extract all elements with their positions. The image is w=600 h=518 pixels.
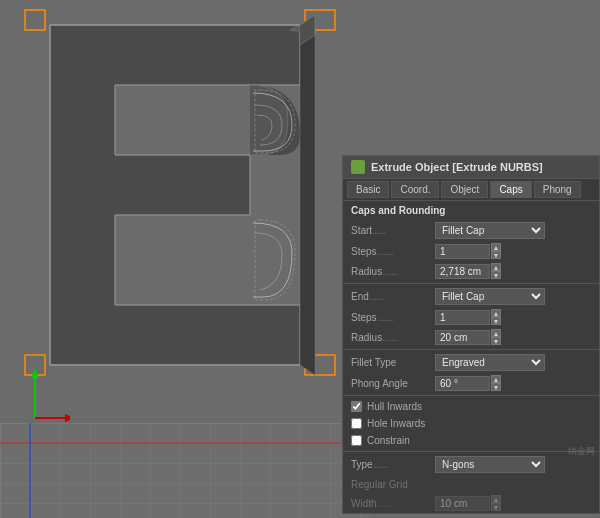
regular-grid-label: Regular Grid [351,479,431,490]
start-field-row: Start........ Fillet Cap [343,220,599,241]
width-spinner: ▲ ▼ [435,495,501,511]
end-radius-down-arrow[interactable]: ▼ [491,337,501,345]
phong-angle-input[interactable] [435,376,490,391]
end-steps-label: Steps......... [351,312,431,323]
fillet-type-dropdown[interactable]: Engraved [435,354,545,371]
hull-inwards-checkbox[interactable] [351,401,362,412]
tab-basic[interactable]: Basic [347,181,389,198]
constrain-checkbox[interactable] [351,435,362,446]
radius-down-arrow[interactable]: ▼ [491,271,501,279]
fillet-type-field-row: Fillet Type Engraved [343,352,599,373]
constrain-row: Constrain [343,432,599,449]
hull-inwards-row: Hull Inwards [343,398,599,415]
hole-inwards-label: Hole Inwards [367,418,425,429]
tab-caps[interactable]: Caps [490,181,531,198]
end-steps-up-arrow[interactable]: ▲ [491,309,501,317]
regular-grid-row: Regular Grid [343,475,599,493]
phong-angle-up-arrow[interactable]: ▲ [491,375,501,383]
steps-spinner: 1 ▲ ▼ [435,243,501,259]
steps-label: Steps......... [351,246,431,257]
end-steps-field-row: Steps......... ▲ ▼ [343,307,599,327]
end-radius-up-arrow[interactable]: ▲ [491,329,501,337]
width-field-row: Width......... ▲ ▼ [343,493,599,513]
tab-coord[interactable]: Coord. [391,181,439,198]
tab-object[interactable]: Object [441,181,488,198]
hole-inwards-checkbox[interactable] [351,418,362,429]
section-caps-rounding: Caps and Rounding [343,201,599,220]
start-label: Start........ [351,225,431,236]
svg-marker-16 [65,414,70,422]
end-label: End........ [351,291,431,302]
radius-label: Radius......... [351,266,431,277]
end-radius-input[interactable] [435,330,490,345]
tab-phong[interactable]: Phong [534,181,581,198]
steps-input[interactable]: 1 [435,244,490,259]
end-dropdown[interactable]: Fillet Cap [435,288,545,305]
grid-floor [0,423,370,518]
end-radius-field-row: Radius......... ▲ ▼ [343,327,599,347]
width-label: Width......... [351,498,431,509]
start-dropdown[interactable]: Fillet Cap [435,222,545,239]
end-steps-input[interactable] [435,310,490,325]
type-dropdown[interactable]: N-gons [435,456,545,473]
steps-down-arrow[interactable]: ▼ [491,251,501,259]
type-label: Type........ [351,459,431,470]
hole-inwards-row: Hole Inwards [343,415,599,432]
properties-panel: Extrude Object [Extrude NURBS] Basic Coo… [342,155,600,514]
radius-field-row: Radius......... ▲ ▼ [343,261,599,281]
end-radius-label: Radius......... [351,332,431,343]
radius-up-arrow[interactable]: ▲ [491,263,501,271]
phong-angle-spinner: ▲ ▼ [435,375,501,391]
end-steps-down-arrow[interactable]: ▼ [491,317,501,325]
svg-marker-14 [31,368,39,378]
logo-watermark: 纳金网 [568,445,595,458]
panel-title: Extrude Object [Extrude NURBS] [343,156,599,179]
phong-angle-down-arrow[interactable]: ▼ [491,383,501,391]
radius-spinner: ▲ ▼ [435,263,501,279]
width-down-arrow: ▼ [491,503,501,511]
extrude-icon [351,160,365,174]
width-input [435,496,490,511]
radius-input[interactable] [435,264,490,279]
steps-up-arrow[interactable]: ▲ [491,243,501,251]
width-up-arrow: ▲ [491,495,501,503]
end-field-row: End........ Fillet Cap [343,286,599,307]
type-field-row: Type........ N-gons [343,454,599,475]
end-steps-spinner: ▲ ▼ [435,309,501,325]
panel-title-text: Extrude Object [Extrude NURBS] [371,161,543,173]
viewport: Extrude Object [Extrude NURBS] Basic Coo… [0,0,600,518]
panel-tabs: Basic Coord. Object Caps Phong [343,179,599,201]
svg-rect-3 [25,10,45,30]
phong-angle-field-row: Phong Angle ▲ ▼ [343,373,599,393]
constrain-label: Constrain [367,435,410,446]
end-radius-spinner: ▲ ▼ [435,329,501,345]
fillet-type-label: Fillet Type [351,357,431,368]
steps-field-row: Steps......... 1 ▲ ▼ [343,241,599,261]
phong-angle-label: Phong Angle [351,378,431,389]
svg-rect-10 [0,423,370,518]
axis-indicator [20,363,70,423]
hull-inwards-label: Hull Inwards [367,401,422,412]
